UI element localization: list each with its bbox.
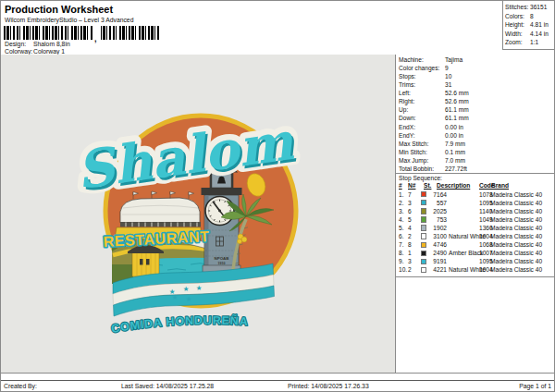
machine-setting-value: 227.72ft [445, 165, 467, 173]
stop-number: 9. [399, 257, 404, 265]
machine-setting-value: 7.9 mm [445, 140, 465, 148]
thread-brand: Madeira Classic 40 [490, 207, 542, 215]
column-header: Description [437, 182, 470, 190]
design-value: Shalom 8,8in [33, 41, 70, 47]
machine-setting-row: Up:61.1 mm [399, 105, 554, 114]
page-title: Production Worksheet [5, 4, 113, 15]
summary-value: 1:1 [530, 38, 538, 47]
needle-number: 2 [408, 232, 412, 240]
machine-setting-label: Max Stitch: [399, 140, 445, 148]
machine-setting-label: Up: [399, 105, 445, 114]
machine-setting-row: Max Jump:7.0 mm [399, 156, 554, 165]
machine-setting-label: EndX: [399, 123, 445, 131]
tower-inscription-year: 1910 [218, 262, 226, 265]
needle-number: 3 [408, 257, 412, 265]
stop-number: 5. [399, 224, 404, 232]
software-subtitle: Wilcom EmbroideryStudio – Level 3 Advanc… [5, 17, 133, 23]
machine-setting-value: 52.6 mm [445, 97, 469, 105]
embroidery-design: NPOAB 1910 [1, 55, 395, 373]
thread-brand: Madeira Classic 40 [490, 224, 542, 232]
stop-sequence-section: Stop Sequence: #N#St.DescriptionCodeBran… [396, 173, 554, 277]
needle-number: 8 [408, 240, 412, 249]
machine-setting-row: EndY:0.00 in [399, 131, 554, 140]
machine-setting-label: Total Bobbin: [399, 165, 445, 173]
stitch-count: 753 [429, 215, 447, 224]
production-worksheet-page: Production Worksheet Wilcom EmbroiderySt… [0, 0, 555, 392]
design-summary-box: Stitches:36151Colors:8Height:4.81 inWidt… [502, 1, 554, 50]
machine-setting-row: Trims:31 [399, 80, 554, 89]
needle-number: 2 [408, 265, 412, 274]
machine-setting-row: Min Stitch:0.1 mm [399, 148, 554, 156]
machine-setting-value: 61.1 mm [445, 105, 469, 114]
stop-sequence-row: 10.24221Natural White1004Madeira Classic… [396, 265, 554, 274]
header: Production Worksheet Wilcom EmbroiderySt… [1, 1, 554, 55]
summary-label: Width: [505, 30, 530, 39]
stop-sequence-rows: 1.771641078Madeira Classic 402.35571095M… [396, 190, 554, 277]
stop-number: 8. [399, 249, 404, 257]
stitch-count: 4746 [429, 240, 447, 249]
flag-star: ★ [172, 293, 179, 301]
machine-setting-row: Stops:10 [399, 72, 554, 80]
machine-setting-row: Right:52.6 mm [399, 97, 554, 105]
design-barcode: , [4, 26, 159, 40]
machine-setting-label: Min Stitch: [399, 148, 445, 156]
machine-setting-row: Max Stitch:7.9 mm [399, 140, 554, 148]
bottom-tagline-text: COMIDA HONDUREÑA [110, 313, 249, 336]
machine-setting-row: Color changes:9 [399, 64, 554, 72]
stop-number: 2. [399, 199, 404, 207]
machine-setting-value: 0.00 in [445, 131, 463, 140]
stitch-count: 557 [429, 199, 447, 207]
design-name-row: Design:Shalom 8,8in [5, 41, 70, 47]
thread-color-swatch [421, 267, 426, 273]
stop-sequence-row: 6.23100Natural White1004Madeira Classic … [396, 232, 554, 240]
flag-star: ★ [196, 284, 203, 292]
flag-star: ★ [186, 295, 192, 303]
summary-label: Colors: [505, 12, 530, 21]
stop-sequence-row: 1.771641078Madeira Classic 40 [396, 190, 554, 199]
clock-face [205, 197, 234, 226]
stop-number: 4. [399, 215, 404, 224]
machine-setting-label: Machine: [399, 55, 445, 64]
column-header: # [399, 182, 402, 190]
thread-brand: Madeira Classic 40 [490, 199, 542, 207]
stop-sequence-row: 2.35571095Madeira Classic 40 [396, 199, 554, 207]
stop-number: 1. [399, 190, 404, 199]
summary-value: 4.14 in [530, 30, 549, 39]
machine-setting-value: 10 [445, 72, 451, 80]
stop-number: 10. [399, 265, 407, 274]
summary-row: Width:4.14 in [505, 30, 553, 39]
colorway-row: Colorway:Colorway 1 [5, 48, 65, 55]
machine-setting-value: 0.1 mm [445, 148, 465, 156]
machine-setting-label: EndY: [399, 131, 445, 140]
summary-label: Stitches: [505, 3, 530, 12]
summary-label: Zoom: [505, 38, 530, 47]
thread-color-swatch [421, 216, 426, 222]
machine-setting-row: Total Bobbin:227.72ft [399, 165, 554, 173]
needle-number: 1 [408, 249, 412, 257]
thread-brand: Madeira Classic 40 [490, 257, 542, 265]
stop-number: 3. [399, 207, 404, 215]
thread-brand: Madeira Classic 40 [490, 232, 542, 240]
summary-row: Colors:8 [505, 12, 553, 21]
bottom-tagline: COMIDA HONDUREÑA [110, 313, 258, 336]
design-preview-area: NPOAB 1910 [1, 55, 395, 373]
thread-color-swatch [421, 259, 426, 264]
machine-setting-label: Stops: [399, 72, 445, 80]
machine-setting-row: Left:52.6 mm [399, 89, 554, 97]
thread-color-swatch [421, 200, 426, 205]
stop-sequence-row: 5.419021360Madeira Classic 40 [396, 224, 554, 232]
machine-settings-list: Machine:TajimaColor changes:9Stops:10Tri… [399, 55, 554, 173]
thread-color-swatch [421, 233, 426, 239]
stop-number: 7. [399, 240, 404, 249]
flag-star: ★ [183, 285, 190, 293]
svg-text:COMIDA HONDUREÑA: COMIDA HONDUREÑA [110, 313, 249, 336]
summary-value: 8 [530, 12, 534, 21]
machine-setting-value: Tajima [445, 55, 462, 64]
summary-row: Height:4.81 in [505, 20, 553, 30]
machine-setting-label: Left: [399, 89, 445, 97]
machine-setting-row: Down:61.1 mm [399, 114, 554, 122]
thread-color-swatch [421, 225, 426, 230]
stop-sequence-row: 9.391911095Madeira Classic 40 [396, 257, 554, 265]
thread-brand: Madeira Classic 40 [490, 249, 542, 257]
machine-setting-value: 31 [445, 80, 451, 89]
